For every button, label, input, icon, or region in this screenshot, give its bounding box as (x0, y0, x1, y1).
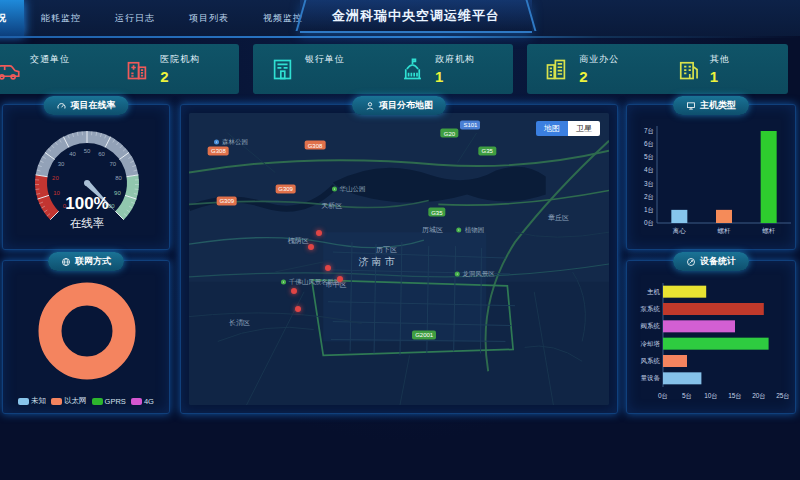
poi-marker[interactable]: 华山公园 (332, 184, 366, 193)
donut-legend: 未知以太网GPRS4G (3, 396, 169, 406)
svg-text:阀系统: 阀系统 (641, 322, 661, 330)
svg-text:0台: 0台 (644, 219, 654, 227)
legend-swatch (92, 398, 103, 405)
nav-tab[interactable]: 能耗监控 (24, 0, 98, 36)
svg-text:30: 30 (58, 161, 65, 167)
nav-tab[interactable]: 项目列表 (172, 0, 246, 36)
legend-label: 4G (144, 397, 154, 406)
svg-text:100%: 100% (65, 194, 108, 213)
donut-chart (3, 275, 171, 387)
svg-text:5台: 5台 (644, 153, 654, 161)
stat-card: 银行单位政府机构1 (253, 44, 514, 94)
legend-swatch (51, 398, 62, 405)
svg-text:25台: 25台 (776, 392, 790, 400)
nav-tab[interactable]: 运行日志 (98, 0, 172, 36)
legend-label: GPRS (105, 397, 126, 406)
person-icon (365, 101, 375, 111)
bank-icon (269, 56, 296, 83)
svg-text:泵系统: 泵系统 (640, 305, 661, 313)
legend-swatch (18, 398, 29, 405)
district-label: 槐荫区 (288, 236, 309, 246)
host-type-bar (761, 131, 777, 223)
host-type-bar-chart: 0台1台2台3台4台5台6台7台离心螺杆螺杆 (627, 119, 797, 247)
poi-marker[interactable]: 植物园 (457, 225, 485, 234)
stat-value: 2 (579, 68, 619, 85)
project-marker[interactable] (337, 276, 343, 282)
legend-item[interactable]: 未知 (18, 396, 46, 406)
legend-label: 未知 (31, 396, 46, 406)
network-pill: 联网方式 (48, 252, 124, 271)
svg-text:螺杆: 螺杆 (762, 227, 776, 234)
satellite-view-button[interactable]: 卫星 (568, 121, 600, 136)
stat-value: 1 (435, 68, 475, 85)
project-map-panel: 项目分布地图 G308G308G309G309G20G35G35G2001S10… (180, 104, 618, 414)
title-box: 金洲科瑞中央空调运维平台 (300, 0, 532, 33)
project-marker[interactable] (291, 288, 297, 294)
svg-text:60: 60 (98, 151, 105, 157)
poi-label: 千佛山风景名胜区 (289, 278, 341, 287)
stat-label: 医院机构 (160, 53, 200, 66)
poi-dot-icon (281, 280, 286, 285)
map-overlays: G308G308G309G309G20G35G35G2001S101天桥区槐荫区… (189, 113, 609, 405)
legend-item[interactable]: 4G (131, 396, 154, 406)
svg-text:风系统: 风系统 (641, 357, 661, 365)
city-label: 济南市 (359, 255, 398, 269)
nav-tab[interactable]: 概况 (0, 0, 24, 36)
svg-text:20: 20 (52, 175, 59, 181)
device-stats-bar (663, 338, 769, 350)
device-stats-pill: 设备统计 (673, 252, 749, 271)
svg-text:40: 40 (69, 151, 76, 157)
poi-label: 龙洞风景区 (462, 269, 495, 278)
stat-value: 2 (160, 68, 200, 85)
device-stats-bar (663, 286, 706, 298)
svg-text:10: 10 (53, 190, 60, 196)
compass-icon (686, 257, 696, 267)
legend-item[interactable]: GPRS (92, 396, 126, 406)
poi-marker[interactable]: 森林公园 (214, 138, 248, 147)
host-type-pill: 主机类型 (673, 96, 749, 115)
stat-item: 银行单位 (253, 53, 383, 85)
project-marker[interactable] (316, 230, 322, 236)
svg-text:10台: 10台 (704, 392, 718, 400)
nav-tabs: 概况能耗监控运行日志项目列表视频监控 (0, 0, 320, 36)
stat-value (30, 68, 70, 85)
stat-item: 医院机构2 (108, 53, 238, 85)
stat-label: 其他 (710, 53, 730, 66)
svg-text:80: 80 (115, 175, 122, 181)
poi-marker[interactable]: 千佛山风景名胜区 (281, 278, 341, 287)
stats-row: 交通单位医院机构2银行单位政府机构1商业办公2其他1 (0, 44, 788, 94)
svg-text:15台: 15台 (728, 392, 742, 400)
district-label: 天桥区 (321, 201, 342, 211)
project-marker[interactable] (325, 265, 331, 271)
svg-text:2台: 2台 (644, 193, 654, 201)
online-rate-panel: 项目在线率 0102030405060708090100100%在线率 (2, 104, 170, 250)
panel-title: 项目在线率 (71, 99, 116, 112)
svg-text:90: 90 (114, 190, 121, 196)
stat-item: 商业办公2 (527, 53, 657, 85)
map-canvas[interactable]: G308G308G309G309G20G35G35G2001S101天桥区槐荫区… (189, 113, 609, 405)
svg-text:70: 70 (110, 161, 117, 167)
map-view-button[interactable]: 地图 (536, 121, 568, 136)
device-stats-bar (663, 355, 687, 367)
device-stats-bar (663, 372, 701, 384)
device-stats-bar (663, 303, 764, 315)
project-marker[interactable] (295, 306, 301, 312)
legend-swatch (131, 398, 142, 405)
svg-text:50: 50 (84, 148, 91, 154)
stat-value (305, 68, 345, 85)
host-type-bar (716, 210, 732, 223)
government-icon (399, 56, 426, 83)
globe-icon (61, 257, 71, 267)
district-label: 章丘区 (548, 213, 569, 223)
project-marker[interactable] (308, 244, 314, 250)
svg-text:离心: 离心 (672, 227, 687, 234)
road-badge: G35 (428, 208, 445, 217)
legend-label: 以太网 (64, 396, 87, 406)
poi-label: 植物园 (465, 225, 485, 234)
legend-item[interactable]: 以太网 (51, 396, 87, 406)
poi-marker[interactable]: 龙洞风景区 (454, 269, 495, 278)
stat-label: 商业办公 (579, 53, 619, 66)
road-badge: G20 (441, 129, 458, 138)
office-icon (543, 56, 570, 83)
district-label: 历下区 (376, 245, 397, 255)
